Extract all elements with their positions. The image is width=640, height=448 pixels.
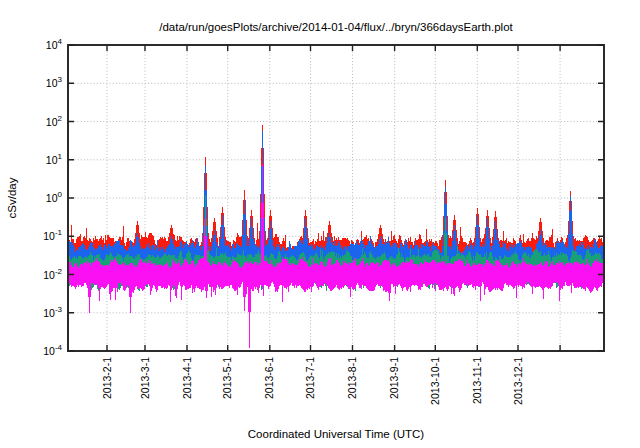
y-tick-label: 104 xyxy=(46,37,63,51)
x-tick-label: 2013-12-1 xyxy=(512,357,524,405)
chart-title: /data/run/goesPlots/archive/2014-01-04/f… xyxy=(159,21,513,33)
grid-path xyxy=(68,45,604,351)
y-tick-label: 101 xyxy=(46,152,63,166)
y-tick-label: 102 xyxy=(46,114,63,128)
tick-labels: 10410310210110010-110-210-310-42013-2-12… xyxy=(43,37,523,405)
goes-plot-screenshot: /data/run/goesPlots/archive/2014-01-04/f… xyxy=(0,0,640,448)
x-tick-label: 2013-2-1 xyxy=(101,357,113,399)
y-axis-title: cSv/day xyxy=(6,177,18,218)
y-tick-label: 10-2 xyxy=(43,267,62,281)
y-tick-label: 100 xyxy=(46,190,63,204)
y-tick-label: 103 xyxy=(46,75,63,89)
gridlines xyxy=(68,45,604,351)
x-tick-label: 2013-6-1 xyxy=(263,357,275,399)
y-tick-label: 10-1 xyxy=(43,228,62,242)
x-tick-label: 2013-3-1 xyxy=(139,357,151,399)
chart-canvas: /data/run/goesPlots/archive/2014-01-04/f… xyxy=(0,0,640,448)
x-tick-label: 2013-5-1 xyxy=(221,357,233,399)
x-tick-label: 2013-8-1 xyxy=(346,357,358,399)
y-tick-label: 10-4 xyxy=(43,343,62,357)
x-tick-label: 2013-9-1 xyxy=(388,357,400,399)
x-tick-label: 2013-4-1 xyxy=(181,357,193,399)
x-tick-label: 2013-11-1 xyxy=(471,357,483,404)
x-axis-title: Coordinated Universal Time (UTC) xyxy=(248,428,425,440)
x-tick-label: 2013-10-1 xyxy=(429,357,441,405)
y-tick-label: 10-3 xyxy=(43,305,62,319)
data-series xyxy=(69,125,604,348)
x-tick-label: 2013-7-1 xyxy=(304,357,316,399)
